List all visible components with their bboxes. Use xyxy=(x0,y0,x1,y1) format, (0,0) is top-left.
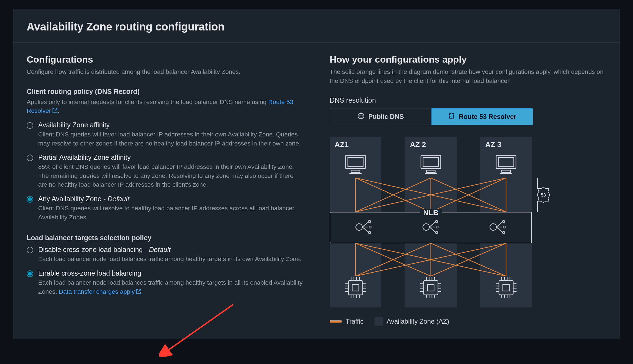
toggle-route53-resolver[interactable]: Route 53 Resolver xyxy=(431,108,533,125)
routing-diagram: AZ1 xyxy=(330,137,533,307)
target-chip-icon xyxy=(344,276,367,300)
svg-rect-50 xyxy=(503,284,509,291)
toggle-public-dns[interactable]: Public DNS xyxy=(330,108,431,125)
apply-column: How your configurations apply The solid … xyxy=(330,54,606,326)
panel-title: Availability Zone routing configuration xyxy=(27,21,606,33)
svg-rect-6 xyxy=(352,284,359,291)
svg-point-80 xyxy=(369,226,371,228)
radio-label: Disable cross-zone load balancing - Defa… xyxy=(38,246,303,254)
target-chip-icon xyxy=(419,276,442,300)
legend-traffic-swatch xyxy=(330,320,342,323)
radio-label: Any Availability Zone - Default xyxy=(38,195,303,203)
radio-icon xyxy=(27,270,33,277)
nlb-label: NLB xyxy=(420,209,442,217)
data-transfer-charges-link[interactable]: Data transfer charges apply xyxy=(59,288,141,295)
dns-resolution-label: DNS resolution xyxy=(330,96,606,104)
load-balancer-icon xyxy=(488,219,507,236)
svg-line-77 xyxy=(362,222,368,227)
svg-rect-27 xyxy=(424,281,438,295)
svg-line-91 xyxy=(496,222,502,227)
radio-icon xyxy=(27,247,33,253)
svg-rect-5 xyxy=(348,281,363,295)
target-chip-icon xyxy=(495,276,518,300)
load-balancer-icon xyxy=(421,219,440,236)
radio-icon xyxy=(27,122,33,129)
panel-body: Configurations Configure how traffic is … xyxy=(13,43,620,339)
svg-line-84 xyxy=(429,222,435,227)
routing-policy-help: Applies only to internal requests for cl… xyxy=(27,98,303,116)
svg-line-95 xyxy=(496,227,502,232)
svg-rect-24 xyxy=(423,158,438,166)
nlb-box: NLB xyxy=(330,212,532,243)
svg-point-96 xyxy=(502,231,505,234)
radio-description: Each load balancer node load balances tr… xyxy=(38,255,303,264)
legend-traffic: Traffic xyxy=(330,318,363,325)
svg-rect-3 xyxy=(351,170,360,172)
svg-text:53: 53 xyxy=(541,193,546,197)
routing-option-partial-affinity[interactable]: Partial Availability Zone affinity 85% o… xyxy=(27,153,303,189)
az-label: AZ 2 xyxy=(405,137,457,151)
routing-policy-radio-group: Availability Zone affinity Client DNS qu… xyxy=(27,121,303,222)
svg-point-89 xyxy=(435,231,438,234)
svg-point-82 xyxy=(368,231,371,234)
route53-bracket: 53 xyxy=(531,178,550,212)
radio-label: Enable cross-zone load balancing xyxy=(38,269,303,277)
svg-rect-2 xyxy=(348,158,363,166)
load-balancer-icon xyxy=(354,219,373,236)
legend-az-swatch xyxy=(374,317,383,326)
svg-rect-47 xyxy=(502,170,510,172)
az-label: AZ1 xyxy=(330,137,381,151)
targets-policy-label: Load balancer targets selection policy xyxy=(27,234,303,242)
client-computer-icon xyxy=(419,154,442,175)
client-computer-icon xyxy=(495,154,518,175)
configurations-column: Configurations Configure how traffic is … xyxy=(27,54,303,326)
apply-heading: How your configurations apply xyxy=(330,54,606,65)
svg-point-87 xyxy=(436,226,438,228)
routing-option-az-affinity[interactable]: Availability Zone affinity Client DNS qu… xyxy=(27,121,303,148)
configurations-subtitle: Configure how traffic is distributed amo… xyxy=(27,68,303,77)
svg-point-78 xyxy=(368,220,371,223)
page-container: Availability Zone routing configuration … xyxy=(0,0,633,348)
svg-point-76 xyxy=(356,224,362,230)
radio-icon xyxy=(27,155,33,161)
svg-rect-28 xyxy=(427,284,434,291)
client-computer-icon xyxy=(344,154,367,175)
config-panel: Availability Zone routing configuration … xyxy=(13,9,620,339)
dns-toggle-group: Public DNS Route 53 Resolver xyxy=(330,108,533,125)
svg-rect-46 xyxy=(498,158,514,166)
external-link-icon xyxy=(52,107,58,116)
targets-option-enable-crosszone[interactable]: Enable cross-zone load balancing Each lo… xyxy=(27,269,303,297)
radio-description: 85% of client DNS queries will favor loa… xyxy=(38,163,303,189)
svg-point-92 xyxy=(502,220,505,223)
svg-point-85 xyxy=(435,220,438,223)
radio-description: Client DNS queries will favor load balan… xyxy=(38,130,303,148)
targets-option-disable-crosszone[interactable]: Disable cross-zone load balancing - Defa… xyxy=(27,246,303,264)
az-label: AZ 3 xyxy=(480,137,532,151)
routing-option-any-az[interactable]: Any Availability Zone - Default Client D… xyxy=(27,195,303,222)
targets-policy-radio-group: Disable cross-zone load balancing - Defa… xyxy=(27,246,303,297)
legend-az: Availability Zone (AZ) xyxy=(374,317,449,326)
radio-label: Availability Zone affinity xyxy=(38,121,303,129)
configurations-heading: Configurations xyxy=(27,54,303,65)
svg-line-88 xyxy=(429,227,435,232)
radio-label: Partial Availability Zone affinity xyxy=(38,153,303,161)
svg-point-94 xyxy=(503,226,505,228)
svg-rect-25 xyxy=(426,170,435,172)
radio-icon xyxy=(27,196,33,203)
panel-header: Availability Zone routing configuration xyxy=(13,9,620,43)
routing-policy-label: Client routing policy (DNS Record) xyxy=(27,88,303,96)
svg-rect-49 xyxy=(499,281,513,295)
svg-point-83 xyxy=(423,224,429,230)
diagram-legend: Traffic Availability Zone (AZ) xyxy=(330,317,606,326)
globe-icon xyxy=(357,112,365,121)
external-link-icon xyxy=(136,288,141,297)
svg-line-81 xyxy=(362,227,368,232)
radio-description: Client DNS queries will resolve to healt… xyxy=(38,204,303,222)
svg-point-90 xyxy=(490,224,496,230)
radio-description: Each load balancer node load balances tr… xyxy=(38,278,303,297)
route53-badge-icon xyxy=(448,112,455,121)
apply-subtitle: The solid orange lines in the diagram de… xyxy=(330,68,606,85)
